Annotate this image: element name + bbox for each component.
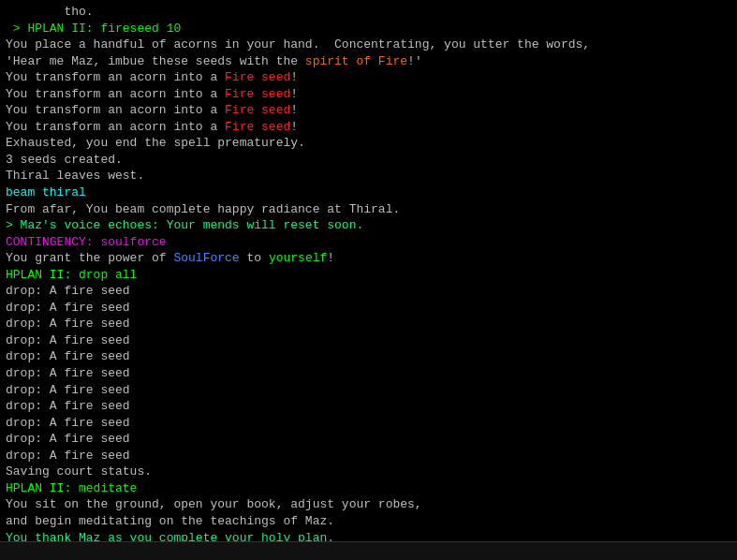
terminal-line: drop: A fire seed xyxy=(6,316,731,332)
terminal-line: Saving court status. xyxy=(6,464,731,480)
terminal-line: HPLAN II: meditate xyxy=(6,480,731,497)
terminal-line: > Maz's voice echoes: Your mends will re… xyxy=(6,217,731,234)
terminal-line: drop: A fire seed xyxy=(6,431,731,448)
terminal-line: You thank Maz as you complete your holy … xyxy=(6,530,731,542)
terminal-line: Exhausted, you end the spell prematurely… xyxy=(6,135,731,152)
terminal-line: From afar, You beam complete happy radia… xyxy=(6,201,731,218)
terminal-line: drop: A fire seed xyxy=(6,283,731,300)
terminal-line: You transform an acorn into a Fire seed! xyxy=(6,119,731,136)
terminal-line: Thiral leaves west. xyxy=(6,168,731,184)
terminal-line: You transform an acorn into a Fire seed! xyxy=(6,69,731,86)
terminal-line: 3 seeds created. xyxy=(6,152,731,169)
terminal-line: and begin meditating on the teachings of… xyxy=(6,513,731,530)
terminal-line: 'Hear me Maz, imbue these seeds with the… xyxy=(6,53,731,70)
terminal-line: You transform an acorn into a Fire seed! xyxy=(6,102,731,119)
terminal-line: drop: A fire seed xyxy=(6,398,731,415)
terminal-line: beam thiral xyxy=(6,184,731,201)
terminal-line: > HPLAN II: fireseed 10 xyxy=(6,21,731,37)
terminal-line: drop: A fire seed xyxy=(6,365,731,382)
terminal-line: You place a handful of acorns in your ha… xyxy=(6,37,731,53)
terminal-line: drop: A fire seed xyxy=(6,348,731,365)
terminal-line: You transform an acorn into a Fire seed! xyxy=(6,86,731,103)
terminal-line: drop: A fire seed xyxy=(6,382,731,399)
terminal-line: You grant the power of SoulForce to your… xyxy=(6,250,731,267)
terminal-line: HPLAN II: drop all xyxy=(6,267,731,284)
terminal-line: drop: A fire seed xyxy=(6,415,731,432)
status-bar xyxy=(0,541,737,560)
terminal-line: tho. xyxy=(6,4,731,21)
terminal-line: drop: A fire seed xyxy=(6,448,731,464)
terminal-line: CONTINGENCY: soulforce xyxy=(6,234,731,251)
terminal-output: tho. > HPLAN II: fireseed 10You place a … xyxy=(0,0,737,541)
terminal-line: drop: A fire seed xyxy=(6,332,731,349)
terminal-line: drop: A fire seed xyxy=(6,300,731,317)
terminal-line: You sit on the ground, open your book, a… xyxy=(6,496,731,513)
